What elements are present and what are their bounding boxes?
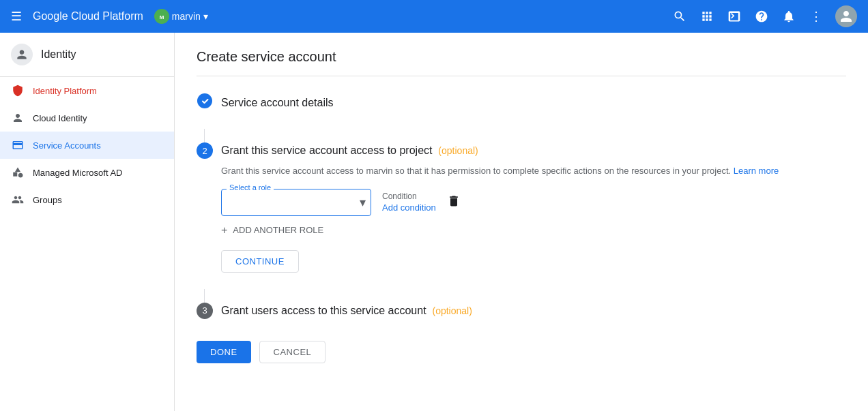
terminal-icon[interactable] xyxy=(726,8,742,25)
step2-body: Grant this service account access to mar… xyxy=(221,164,846,273)
project-selector[interactable]: M marvin ▾ xyxy=(154,9,208,24)
step2-connector xyxy=(204,289,205,303)
identity-platform-icon xyxy=(11,84,25,97)
sidebar-item-label: Service Accounts xyxy=(33,140,101,151)
sidebar: Identity Identity Platform Cloud Identit… xyxy=(0,33,175,411)
role-select-wrapper: Select a role ▾ xyxy=(221,189,371,216)
step3-header: 3 Grant users access to this service acc… xyxy=(197,303,846,319)
sidebar-header-icon xyxy=(11,44,33,65)
condition-label: Condition xyxy=(382,192,436,201)
learn-more-link[interactable]: Learn more xyxy=(734,166,779,176)
step2-header: 2 Grant this service account access to p… xyxy=(197,142,846,159)
sidebar-title: Identity xyxy=(41,48,76,61)
cloud-identity-icon xyxy=(11,111,25,125)
sidebar-item-label: Cloud Identity xyxy=(33,113,87,123)
done-button[interactable]: DONE xyxy=(197,341,251,363)
step3-optional: (optional) xyxy=(432,305,472,316)
continue-button[interactable]: CONTINUE xyxy=(221,250,299,273)
managed-microsoft-ad-icon xyxy=(11,166,25,179)
step1-connector xyxy=(204,129,205,142)
help-icon[interactable] xyxy=(753,8,770,25)
sidebar-item-groups[interactable]: Groups xyxy=(0,186,174,213)
sidebar-item-label: Identity Platform xyxy=(33,86,97,96)
role-row: Select a role ▾ Condition Add condition xyxy=(221,189,846,216)
step3-circle: 3 xyxy=(197,303,213,319)
sidebar-item-service-accounts[interactable]: Service Accounts xyxy=(0,132,174,159)
condition-column: Condition Add condition xyxy=(382,189,436,213)
more-icon[interactable]: ⋮ xyxy=(808,8,824,25)
add-another-role-button[interactable]: + ADD ANOTHER ROLE xyxy=(221,224,846,237)
step2-circle: 2 xyxy=(197,142,213,159)
menu-icon[interactable]: ☰ xyxy=(11,9,22,24)
grid-icon[interactable] xyxy=(699,8,715,25)
main-layout: Identity Identity Platform Cloud Identit… xyxy=(0,33,868,411)
add-role-label: ADD ANOTHER ROLE xyxy=(233,225,323,235)
step1-title: Service account details xyxy=(221,97,334,109)
svg-point-2 xyxy=(197,93,212,108)
cancel-button[interactable]: CANCEL xyxy=(259,341,326,363)
project-name: marvin xyxy=(172,11,201,22)
sidebar-item-label: Managed Microsoft AD xyxy=(33,168,123,178)
app-logo: Google Cloud Platform xyxy=(33,10,143,22)
sidebar-item-cloud-identity[interactable]: Cloud Identity xyxy=(0,104,174,132)
sidebar-item-identity-platform[interactable]: Identity Platform xyxy=(0,77,174,104)
step1-section: Service account details xyxy=(197,93,846,112)
topbar-actions: ⋮ xyxy=(671,5,857,27)
step2-description: Grant this service account access to mar… xyxy=(221,164,846,178)
role-select-label: Select a role xyxy=(227,183,274,192)
delete-role-icon[interactable] xyxy=(447,189,461,211)
step2-optional: (optional) xyxy=(438,145,478,156)
project-dropdown-icon: ▾ xyxy=(203,11,208,22)
groups-icon xyxy=(11,193,25,207)
sidebar-item-managed-microsoft-ad[interactable]: Managed Microsoft AD xyxy=(0,159,174,186)
step3-section: 3 Grant users access to this service acc… xyxy=(197,303,846,319)
step1-check-icon xyxy=(197,93,213,112)
step1-header: Service account details xyxy=(197,93,846,112)
sidebar-header: Identity xyxy=(0,33,174,77)
search-icon[interactable] xyxy=(671,8,688,25)
add-role-plus-icon: + xyxy=(221,224,227,237)
role-select[interactable] xyxy=(221,189,371,216)
bottom-buttons: DONE CANCEL xyxy=(197,341,846,363)
sidebar-item-label: Groups xyxy=(33,195,62,205)
topbar: ☰ Google Cloud Platform M marvin ▾ ⋮ xyxy=(0,0,868,33)
step2-section: 2 Grant this service account access to p… xyxy=(197,142,846,273)
service-accounts-icon xyxy=(11,138,25,152)
user-avatar[interactable] xyxy=(835,5,857,27)
main-content: Create service account Service account d… xyxy=(175,33,868,411)
bell-icon[interactable] xyxy=(781,8,797,25)
project-avatar: M xyxy=(154,9,169,24)
step2-title: Grant this service account access to pro… xyxy=(221,144,478,157)
step2-buttons: CONTINUE xyxy=(221,250,846,273)
svg-text:M: M xyxy=(160,14,164,20)
add-condition-link[interactable]: Add condition xyxy=(382,202,436,213)
step3-title: Grant users access to this service accou… xyxy=(221,305,472,317)
page-title: Create service account xyxy=(197,49,846,76)
